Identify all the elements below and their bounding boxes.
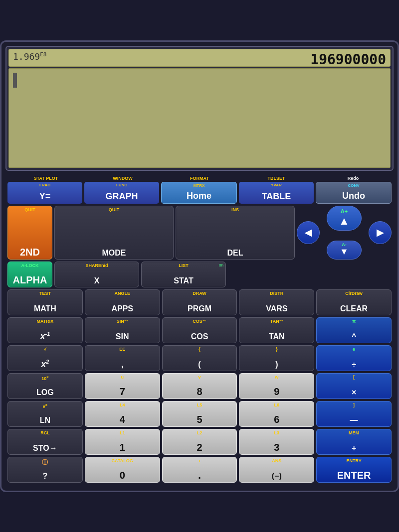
display-cursor (13, 73, 17, 88)
2nd-quit-label: QUIT (8, 207, 52, 212)
del-button[interactable]: INS DEL (176, 206, 295, 260)
sin-button[interactable]: SIN⁻¹ SIN (85, 317, 160, 343)
4-button[interactable]: L4 4 (85, 401, 160, 427)
1-l1-label: L1 (85, 430, 160, 435)
xinverse-button[interactable]: MATRIX x-1 (7, 317, 83, 343)
math-label: MATH (34, 305, 56, 313)
decimal-i-label: i (163, 458, 237, 463)
cos-button[interactable]: COS⁻¹ COS (162, 317, 237, 343)
ln-button[interactable]: ex LN (7, 401, 83, 427)
minus-bracket-label: ] (317, 402, 391, 407)
stat-button[interactable]: LIST 0h STAT (141, 262, 226, 287)
nav-right-button[interactable]: ▶ (369, 221, 392, 244)
minus-button[interactable]: ] — (316, 401, 392, 427)
graph-label: GRAPH (105, 191, 138, 202)
log-button[interactable]: 10x LOG (7, 373, 83, 399)
8-v-label: v (163, 375, 237, 380)
sin-inverse-label: SIN⁻¹ (85, 319, 160, 324)
nav-left-button[interactable]: ◀ (297, 221, 320, 244)
6-button[interactable]: L6 6 (239, 401, 314, 427)
9-w-label: w (239, 375, 314, 380)
decimal-button[interactable]: i . (162, 457, 237, 483)
display-section: 1.969E8 196900000 (5, 46, 394, 171)
alpha-button[interactable]: A-LOCK ALPHA (7, 262, 52, 287)
rparen-brace-label: } (239, 347, 314, 352)
table-label: TABLE (262, 191, 291, 202)
0-label: 0 (120, 470, 125, 480)
power-button[interactable]: π ^ (316, 317, 392, 343)
apps-button[interactable]: ANGLE APPS (85, 289, 160, 315)
power-label: ^ (352, 333, 356, 341)
y-equals-button[interactable]: FRAC Y= (7, 182, 82, 204)
log-10x-label: 10x (8, 375, 82, 381)
tan-label: TAN (269, 333, 285, 341)
8-button[interactable]: v 8 (162, 373, 237, 399)
5-button[interactable]: L5 5 (162, 401, 237, 427)
7-button[interactable]: u 7 (85, 373, 160, 399)
graph-button[interactable]: FUNC GRAPH (84, 182, 159, 204)
prgm-label: PRGM (188, 305, 211, 313)
enter-button[interactable]: ENTRY ENTER (316, 457, 392, 483)
4-l4-label: L4 (85, 402, 160, 407)
plus-label: + (352, 444, 356, 452)
4-label: 4 (120, 414, 125, 424)
comma-button[interactable]: EE , (85, 345, 160, 371)
tan-button[interactable]: TAN⁻¹ TAN (239, 317, 314, 343)
cos-label: COS (191, 333, 208, 341)
divide-label: ÷ (352, 361, 356, 369)
2-l2-label: L2 (163, 430, 237, 435)
lparen-button[interactable]: { ( (162, 345, 237, 371)
x-share-label: SHAREn/d (55, 263, 139, 268)
stat-label: STAT (174, 277, 193, 285)
home-label: Home (187, 191, 211, 201)
row-2: A-LOCK ALPHA SHAREn/d X LIST 0h STAT (7, 262, 392, 287)
2nd-label: 2ND (20, 247, 40, 257)
multiply-button[interactable]: [ × (316, 373, 392, 399)
divide-button[interactable]: e ÷ (316, 345, 392, 371)
undo-conv-label: CONV (348, 183, 359, 188)
7-u-label: u (85, 375, 160, 380)
xsquared-button[interactable]: √ x2 (7, 345, 83, 371)
lparen-brace-label: { (163, 347, 237, 352)
comma-ee-label: EE (85, 347, 160, 352)
cos-inverse-label: COS⁻¹ (163, 319, 237, 324)
nav-down-button[interactable]: A- ▼ (327, 241, 362, 260)
divide-e-label: e (317, 347, 391, 352)
question-button[interactable]: ⓘ ? (7, 457, 83, 483)
x-button[interactable]: SHAREn/d X (54, 262, 139, 287)
rparen-button[interactable]: } ) (239, 345, 314, 371)
plus-button[interactable]: MEM + (316, 429, 392, 455)
display-main: 196900000 (310, 51, 386, 68)
row-6: 10x LOG u 7 v 8 w 9 [ × (7, 373, 392, 399)
6-label: 6 (274, 414, 279, 424)
stat-0h-label: 0h (219, 263, 223, 267)
0-button[interactable]: CATALOG 0 (85, 457, 160, 483)
row-9: ⓘ ? CATALOG 0 i . ANS (−) ENTRY ENTER (7, 457, 392, 483)
x-label: X (94, 277, 100, 285)
9-label: 9 (274, 387, 279, 397)
math-button[interactable]: TEST MATH (7, 289, 83, 315)
clear-label: CLEAR (340, 305, 368, 313)
1-button[interactable]: L1 1 (85, 429, 160, 455)
vars-button[interactable]: DISTR VARS (239, 289, 314, 315)
y-equals-label: Y= (39, 191, 51, 202)
enter-label: ENTER (337, 470, 371, 480)
negate-button[interactable]: ANS (−) (239, 457, 314, 483)
prgm-button[interactable]: DRAW PRGM (162, 289, 237, 315)
3-button[interactable]: L3 3 (239, 429, 314, 455)
clear-button[interactable]: ClrDraw CLEAR (316, 289, 392, 315)
home-button[interactable]: MTRX Home (161, 182, 237, 204)
nav-up-button[interactable]: A+ ▲ (327, 206, 362, 231)
log-label: LOG (36, 389, 54, 397)
xsquared-sqrt-label: √ (8, 347, 82, 352)
power-pi-label: π (317, 319, 391, 324)
table-button[interactable]: YVAR TABLE (239, 182, 314, 204)
2nd-button[interactable]: QUIT 2ND (7, 206, 52, 260)
question-info-label: ⓘ (8, 458, 82, 467)
mode-button[interactable]: QUIT MODE (54, 206, 174, 260)
sto-button[interactable]: RCL STO→ (7, 429, 83, 455)
0-catalog-label: CATALOG (85, 458, 160, 463)
9-button[interactable]: w 9 (239, 373, 314, 399)
undo-button[interactable]: CONV Undo (316, 182, 392, 204)
2-button[interactable]: L2 2 (162, 429, 237, 455)
